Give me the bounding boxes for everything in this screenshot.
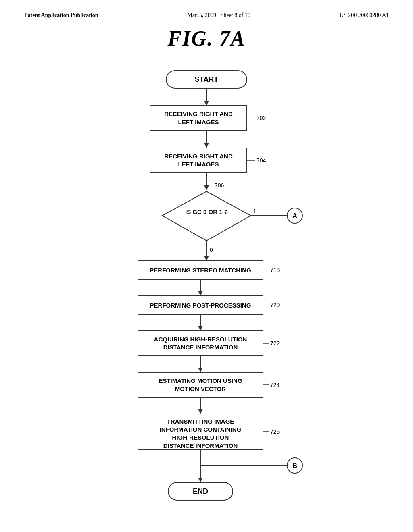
text-702-line2: LEFT IMAGES [178, 118, 219, 125]
arrowhead-1 [204, 101, 209, 106]
label-720: 720 [270, 302, 280, 308]
flowchart-container: START RECEIVING RIGHT AND LEFT IMAGES 70… [24, 62, 389, 506]
text-722-line2: DISTANCE INFORMATION [163, 344, 238, 351]
circle-B-label: B [292, 462, 297, 469]
text-718: PERFORMING STEREO MATCHING [150, 267, 251, 274]
arrowhead-6 [198, 326, 203, 331]
arrowhead-8 [198, 409, 203, 414]
arrowhead-2 [204, 143, 209, 148]
arrowhead-9 [198, 478, 203, 482]
label-706: 706 [215, 182, 224, 189]
text-726-line2: INFORMATION CONTAINING [160, 426, 242, 433]
text-720: PERFORMING POST-PROCESSING [150, 302, 251, 309]
box-722 [138, 331, 263, 356]
arrowhead-4 [204, 256, 209, 261]
label-704: 704 [257, 157, 266, 164]
text-722-line1: ACQUIRING HIGH-RESOLUTION [154, 336, 247, 343]
text-726-line4: DISTANCE INFORMATION [163, 442, 238, 449]
arrowhead-7 [198, 368, 203, 372]
box-704 [150, 148, 247, 173]
label-722: 722 [270, 340, 280, 347]
box-702 [150, 106, 247, 131]
text-724-line2: MOTION VECTOR [175, 385, 226, 392]
header: Patent Application Publication Mar. 5, 2… [24, 12, 389, 19]
label-724: 724 [270, 382, 280, 388]
arrowhead-5 [198, 291, 203, 296]
text-704-line1: RECEIVING RIGHT AND [164, 153, 233, 160]
page: Patent Application Publication Mar. 5, 2… [0, 0, 413, 532]
label-702: 702 [257, 115, 266, 121]
circle-A-label: A [292, 212, 297, 219]
text-726-line3: HIGH-RESOLUTION [172, 434, 229, 441]
start-label: START [195, 75, 219, 83]
end-label: END [193, 487, 208, 495]
figure-title: FIG. 7A [24, 27, 389, 50]
diamond-text-706: IS GC 0 OR 1 ? [185, 208, 228, 215]
text-704-line2: LEFT IMAGES [178, 161, 219, 168]
box-724 [138, 372, 263, 397]
label-one: 1 [253, 208, 257, 214]
text-726-line1: TRANSMITTING IMAGE [167, 418, 234, 425]
text-702-line1: RECEIVING RIGHT AND [164, 110, 233, 117]
diamond-706 [162, 191, 251, 241]
label-zero: 0 [210, 247, 213, 253]
header-right: US 2009/0060280 A1 [340, 12, 389, 19]
label-718: 718 [270, 267, 280, 273]
header-date: Mar. 5, 2009 Sheet 8 of 10 [188, 12, 250, 19]
flowchart-svg: START RECEIVING RIGHT AND LEFT IMAGES 70… [94, 62, 319, 506]
header-left: Patent Application Publication [24, 12, 98, 19]
arrowhead-3 [204, 185, 209, 190]
text-724-line1: ESTIMATING MOTION USING [159, 377, 242, 384]
label-726: 726 [270, 428, 280, 435]
